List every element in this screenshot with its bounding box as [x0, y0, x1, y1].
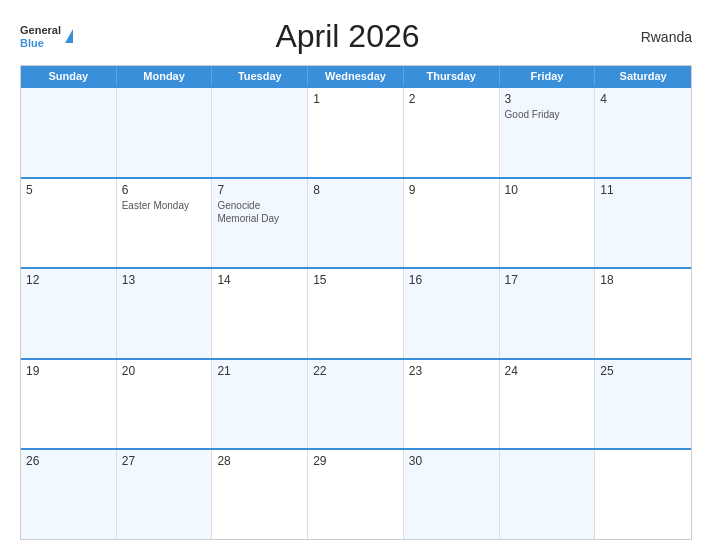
day-number: 3 [505, 92, 590, 106]
day-number: 12 [26, 273, 111, 287]
day-number: 8 [313, 183, 398, 197]
cal-cell: 16 [404, 269, 500, 358]
logo: General Blue [20, 24, 73, 48]
header-day-monday: Monday [117, 66, 213, 86]
day-number: 7 [217, 183, 302, 197]
day-number: 10 [505, 183, 590, 197]
cal-cell: 11 [595, 179, 691, 268]
logo-blue: Blue [20, 37, 61, 49]
day-number: 5 [26, 183, 111, 197]
day-number: 21 [217, 364, 302, 378]
day-number: 2 [409, 92, 494, 106]
day-number: 19 [26, 364, 111, 378]
logo-general: General [20, 24, 61, 36]
day-number: 20 [122, 364, 207, 378]
holiday-label: Good Friday [505, 109, 560, 120]
header-day-thursday: Thursday [404, 66, 500, 86]
cal-cell: 3Good Friday [500, 88, 596, 177]
header-day-tuesday: Tuesday [212, 66, 308, 86]
cal-cell: 13 [117, 269, 213, 358]
cal-cell: 4 [595, 88, 691, 177]
cal-cell: 22 [308, 360, 404, 449]
day-number: 26 [26, 454, 111, 468]
cal-cell: 27 [117, 450, 213, 539]
cal-cell [500, 450, 596, 539]
cal-cell: 8 [308, 179, 404, 268]
header-day-saturday: Saturday [595, 66, 691, 86]
cal-cell: 12 [21, 269, 117, 358]
calendar-page: General Blue April 2026 Rwanda SundayMon… [0, 0, 712, 550]
day-number: 18 [600, 273, 686, 287]
cal-cell: 6Easter Monday [117, 179, 213, 268]
cal-cell [21, 88, 117, 177]
header-day-sunday: Sunday [21, 66, 117, 86]
cal-cell: 29 [308, 450, 404, 539]
cal-cell: 9 [404, 179, 500, 268]
week-row-5: 2627282930 [21, 448, 691, 539]
day-number: 4 [600, 92, 686, 106]
calendar-grid: SundayMondayTuesdayWednesdayThursdayFrid… [20, 65, 692, 540]
day-number: 25 [600, 364, 686, 378]
week-row-4: 19202122232425 [21, 358, 691, 449]
day-number: 27 [122, 454, 207, 468]
cal-cell: 26 [21, 450, 117, 539]
cal-cell: 2 [404, 88, 500, 177]
day-number: 6 [122, 183, 207, 197]
calendar-header-row: SundayMondayTuesdayWednesdayThursdayFrid… [21, 66, 691, 86]
country-label: Rwanda [622, 29, 692, 45]
cal-cell: 21 [212, 360, 308, 449]
day-number: 28 [217, 454, 302, 468]
day-number: 14 [217, 273, 302, 287]
header-day-friday: Friday [500, 66, 596, 86]
cal-cell: 19 [21, 360, 117, 449]
cal-cell: 15 [308, 269, 404, 358]
day-number: 11 [600, 183, 686, 197]
week-row-1: 123Good Friday4 [21, 86, 691, 177]
day-number: 30 [409, 454, 494, 468]
cal-cell: 5 [21, 179, 117, 268]
header-day-wednesday: Wednesday [308, 66, 404, 86]
day-number: 1 [313, 92, 398, 106]
cal-cell: 28 [212, 450, 308, 539]
cal-cell: 7Genocide Memorial Day [212, 179, 308, 268]
day-number: 15 [313, 273, 398, 287]
cal-cell [117, 88, 213, 177]
day-number: 16 [409, 273, 494, 287]
cal-cell: 14 [212, 269, 308, 358]
cal-cell: 1 [308, 88, 404, 177]
cal-cell: 25 [595, 360, 691, 449]
day-number: 23 [409, 364, 494, 378]
day-number: 29 [313, 454, 398, 468]
day-number: 17 [505, 273, 590, 287]
day-number: 22 [313, 364, 398, 378]
day-number: 9 [409, 183, 494, 197]
week-row-3: 12131415161718 [21, 267, 691, 358]
calendar-body: 123Good Friday456Easter Monday7Genocide … [21, 86, 691, 539]
day-number: 24 [505, 364, 590, 378]
header: General Blue April 2026 Rwanda [20, 18, 692, 55]
cal-cell: 20 [117, 360, 213, 449]
cal-cell: 10 [500, 179, 596, 268]
cal-cell: 24 [500, 360, 596, 449]
cal-cell: 23 [404, 360, 500, 449]
week-row-2: 56Easter Monday7Genocide Memorial Day891… [21, 177, 691, 268]
holiday-label: Genocide Memorial Day [217, 200, 279, 224]
day-number: 13 [122, 273, 207, 287]
cal-cell: 18 [595, 269, 691, 358]
logo-triangle-icon [65, 29, 73, 43]
cal-cell: 17 [500, 269, 596, 358]
month-title: April 2026 [73, 18, 622, 55]
cal-cell [212, 88, 308, 177]
logo-text: General Blue [20, 24, 61, 48]
cal-cell [595, 450, 691, 539]
holiday-label: Easter Monday [122, 200, 189, 211]
cal-cell: 30 [404, 450, 500, 539]
